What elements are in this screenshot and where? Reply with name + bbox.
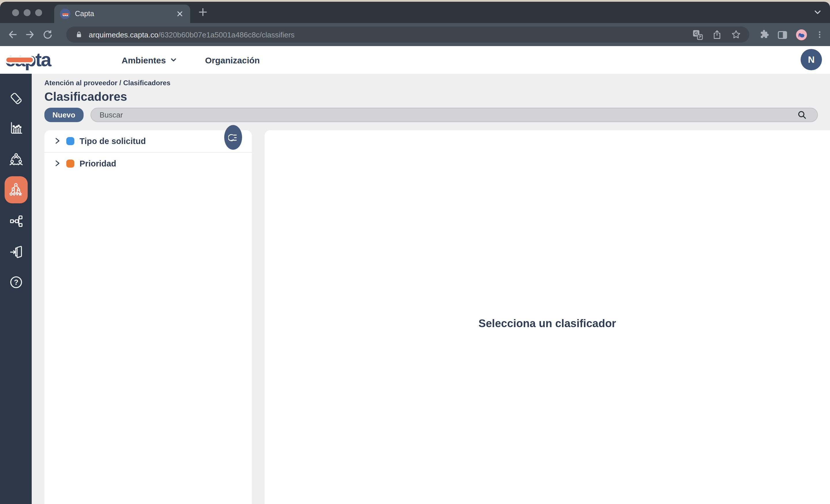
browser-menu-kebab-icon[interactable]	[815, 30, 824, 39]
nav-item-ambientes[interactable]: Ambientes	[122, 55, 177, 65]
new-classifier-button[interactable]: Nuevo	[44, 108, 83, 122]
main-content: Atención al proveedor / Clasificadores C…	[32, 74, 830, 504]
bookmark-star-icon[interactable]	[731, 29, 741, 40]
address-bar[interactable]: arquimedes.capta.co/6320b60b07e1a5001a48…	[66, 27, 749, 43]
collapse-list-button[interactable]	[224, 125, 242, 150]
flowchart-icon[interactable]	[8, 214, 23, 229]
user-avatar[interactable]: N	[801, 49, 822, 70]
chevron-down-icon	[169, 56, 177, 64]
empty-state-message: Selecciona un clasificador	[264, 317, 830, 330]
classifier-list-panel: Tipo de solicitud Prioridad	[44, 130, 252, 504]
svg-text:?: ?	[13, 278, 18, 286]
ticket-icon[interactable]	[8, 91, 23, 106]
classifier-row-prioridad[interactable]: Prioridad	[44, 153, 252, 174]
classifier-color-swatch	[66, 160, 74, 168]
window-controls[interactable]	[12, 9, 42, 16]
maximize-window-button[interactable]	[35, 9, 42, 16]
nav-item-organizacion[interactable]: Organización	[205, 55, 260, 65]
lock-icon	[74, 30, 84, 39]
reload-icon[interactable]	[41, 29, 53, 40]
help-icon[interactable]: ?	[8, 275, 23, 290]
forward-icon[interactable]	[24, 29, 36, 40]
chevron-right-icon[interactable]	[54, 160, 61, 167]
controls-row: Nuevo	[44, 108, 818, 122]
team-icon[interactable]	[8, 152, 23, 167]
translate-icon[interactable]: G	[692, 29, 703, 40]
tab-title: Capta	[75, 10, 175, 18]
new-tab-button[interactable]	[197, 6, 209, 18]
browser-window: ca Capta	[0, 2, 830, 504]
extensions-puzzle-icon[interactable]	[759, 29, 769, 40]
classifier-detail-panel: Selecciona un clasificador	[264, 130, 830, 504]
back-icon[interactable]	[7, 29, 19, 40]
logo-orange-bar	[6, 58, 33, 62]
tab-search-chevron-icon[interactable]	[812, 7, 823, 18]
desktop-background: ca Capta	[0, 0, 830, 504]
minimize-window-button[interactable]	[24, 9, 31, 16]
browser-toolbar: arquimedes.capta.co/6320b60b07e1a5001a48…	[0, 23, 830, 46]
chart-icon[interactable]	[8, 121, 23, 135]
browser-tab[interactable]: ca Capta	[54, 5, 190, 23]
app-sidebar: ?	[0, 74, 32, 504]
search-icon	[797, 110, 807, 120]
panels: Tipo de solicitud Prioridad	[44, 130, 830, 504]
sidebar-item-classifiers-active[interactable]	[4, 176, 27, 203]
capta-logo[interactable]: capta	[5, 49, 73, 71]
exit-icon[interactable]	[8, 244, 23, 259]
chevron-right-icon[interactable]	[54, 137, 61, 145]
url-text: arquimedes.capta.co/6320b60b07e1a5001a48…	[89, 30, 294, 39]
app-header: capta Ambientes Organización N	[0, 46, 830, 74]
close-window-button[interactable]	[12, 9, 19, 16]
classifier-label: Tipo de solicitud	[79, 136, 146, 146]
classifier-color-swatch	[66, 137, 74, 145]
close-tab-icon[interactable]	[175, 9, 185, 19]
classifier-tree-icon	[8, 182, 24, 198]
side-panel-icon[interactable]	[777, 29, 788, 40]
profile-avatar-icon[interactable]	[795, 29, 807, 41]
collapse-list-icon	[228, 132, 238, 142]
breadcrumb[interactable]: Atención al proveedor / Clasificadores	[44, 79, 818, 87]
classifier-row-tipo-de-solicitud[interactable]: Tipo de solicitud	[44, 130, 252, 153]
capta-favicon-icon: ca	[60, 9, 70, 19]
classifier-label: Prioridad	[79, 159, 116, 168]
share-icon[interactable]	[712, 29, 722, 40]
search-input[interactable]	[90, 108, 818, 122]
tab-strip: ca Capta	[0, 2, 830, 23]
page-title: Clasificadores	[44, 90, 818, 104]
top-navigation: Ambientes Organización	[122, 55, 260, 65]
